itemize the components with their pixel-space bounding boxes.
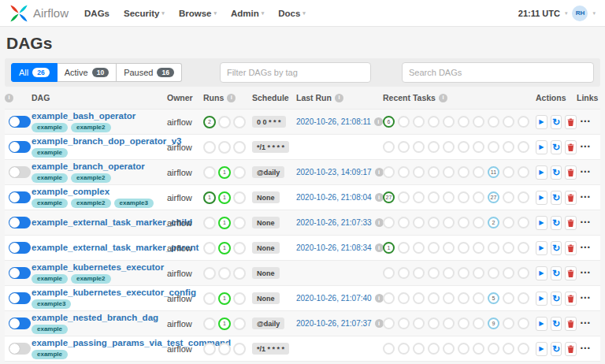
dag-pause-toggle[interactable] — [9, 267, 31, 279]
dag-pause-toggle[interactable] — [9, 141, 31, 153]
tag-example2[interactable]: example2 — [71, 173, 110, 183]
airflow-brand[interactable]: Airflow — [9, 4, 69, 23]
tag-example[interactable]: example — [32, 148, 68, 158]
links-menu-button[interactable]: ⋯ — [577, 292, 591, 306]
tag-example[interactable]: example — [32, 123, 68, 132]
nav-item-dags[interactable]: DAGs — [84, 9, 109, 18]
links-menu-button[interactable]: ⋯ — [577, 342, 591, 356]
refresh-dag-button[interactable]: ↻ — [551, 115, 562, 129]
tag-example3[interactable]: example3 — [114, 199, 154, 208]
dag-runs-circle-success[interactable]: 1 — [203, 191, 216, 204]
refresh-dag-button[interactable]: ↻ — [551, 140, 562, 154]
trigger-dag-button[interactable]: ▶ — [536, 165, 547, 180]
recent-tasks-circle-success[interactable]: 1 — [383, 242, 395, 254]
refresh-dag-button[interactable]: ↻ — [551, 292, 562, 306]
trigger-dag-button[interactable]: ▶ — [536, 140, 547, 154]
dag-link[interactable]: example_branch_dop_operator_v3 — [32, 136, 181, 147]
delete-dag-button[interactable] — [565, 115, 577, 129]
trigger-dag-button[interactable]: ▶ — [536, 216, 547, 230]
links-menu-button[interactable]: ⋯ — [577, 216, 591, 230]
dag-link[interactable]: example_kubernetes_executor — [32, 262, 164, 273]
tag-example[interactable]: example — [32, 173, 68, 183]
trigger-dag-button[interactable]: ▶ — [536, 115, 547, 129]
tab-active[interactable]: Active10 — [58, 63, 117, 82]
recent-tasks-circle-success[interactable]: 6 — [383, 116, 395, 128]
dag-link[interactable]: example_complex — [32, 187, 109, 197]
trigger-dag-button[interactable]: ▶ — [536, 266, 547, 280]
refresh-dag-button[interactable]: ↻ — [551, 342, 562, 356]
tab-paused[interactable]: Paused16 — [117, 63, 182, 82]
delete-dag-button[interactable] — [565, 191, 577, 205]
tab-all[interactable]: All26 — [11, 63, 58, 82]
refresh-dag-button[interactable]: ↻ — [551, 216, 562, 230]
nav-item-security[interactable]: Security▾ — [124, 9, 165, 18]
dag-link[interactable]: example_branch_operator — [32, 162, 145, 172]
dag-runs-circle-running[interactable]: 1 — [218, 292, 231, 305]
tag-example2[interactable]: example2 — [71, 199, 110, 208]
tag-example2[interactable]: example2 — [71, 274, 110, 284]
dag-pause-toggle[interactable] — [9, 166, 31, 178]
last-run-link[interactable]: 2020-10-26, 21:07:40 — [296, 294, 372, 303]
trigger-dag-button[interactable]: ▶ — [536, 241, 547, 255]
recent-tasks-circle-none[interactable]: 2 — [488, 217, 499, 228]
links-menu-button[interactable]: ⋯ — [577, 241, 591, 255]
tag-example[interactable]: example — [32, 274, 68, 284]
dag-pause-toggle[interactable] — [9, 242, 31, 254]
tag-example[interactable]: example — [32, 350, 68, 359]
delete-dag-button[interactable] — [565, 241, 577, 255]
links-menu-button[interactable]: ⋯ — [577, 115, 591, 129]
trigger-dag-button[interactable]: ▶ — [536, 317, 547, 331]
last-run-link[interactable]: 2020-10-26, 21:08:11 — [296, 117, 371, 126]
nav-item-admin[interactable]: Admin▾ — [231, 9, 264, 18]
refresh-dag-button[interactable]: ↻ — [551, 165, 562, 180]
trigger-dag-button[interactable]: ▶ — [536, 191, 547, 205]
dag-runs-circle-running[interactable]: 1 — [218, 166, 231, 179]
links-menu-button[interactable]: ⋯ — [577, 165, 591, 180]
delete-dag-button[interactable] — [565, 342, 577, 356]
recent-tasks-circle-success[interactable]: 27 — [383, 191, 395, 203]
dag-pause-toggle[interactable] — [9, 217, 31, 228]
nav-item-docs[interactable]: Docs▾ — [278, 9, 306, 18]
tag-example[interactable]: example — [32, 199, 68, 208]
nav-item-browse[interactable]: Browse▾ — [179, 9, 217, 18]
delete-dag-button[interactable] — [565, 165, 577, 180]
user-avatar[interactable]: RH — [572, 6, 588, 21]
tag-example3[interactable]: example3 — [32, 299, 71, 309]
links-menu-button[interactable]: ⋯ — [577, 317, 591, 331]
delete-dag-button[interactable] — [565, 266, 577, 280]
utc-clock[interactable]: 21:11 UTC — [518, 9, 560, 18]
last-run-link[interactable]: 2020-10-26, 21:08:34 — [296, 243, 372, 252]
links-menu-button[interactable]: ⋯ — [577, 266, 591, 280]
refresh-dag-button[interactable]: ↻ — [551, 317, 562, 331]
tag-example[interactable]: example — [32, 325, 68, 334]
last-run-link[interactable]: 2020-10-26, 21:08:04 — [296, 193, 372, 202]
dag-runs-circle-running[interactable]: 1 — [218, 217, 231, 229]
refresh-dag-button[interactable]: ↻ — [551, 191, 562, 205]
recent-tasks-circle-none[interactable]: 9 — [488, 318, 499, 329]
trigger-dag-button[interactable]: ▶ — [536, 342, 547, 356]
recent-tasks-circle-none[interactable]: 11 — [488, 166, 499, 178]
last-run-link[interactable]: 2020-10-26, 21:07:33 — [296, 218, 372, 227]
delete-dag-button[interactable] — [565, 317, 577, 331]
dag-runs-circle-running[interactable]: 1 — [218, 191, 231, 204]
dag-runs-circle-running[interactable]: 1 — [218, 242, 231, 254]
tag-example2[interactable]: example2 — [71, 123, 110, 132]
refresh-dag-button[interactable]: ↻ — [551, 266, 562, 280]
dag-link[interactable]: example_bash_operator — [32, 111, 135, 121]
refresh-dag-button[interactable]: ↻ — [551, 241, 562, 255]
dag-search-input[interactable] — [402, 62, 594, 83]
recent-tasks-circle-none[interactable]: 27 — [488, 191, 499, 203]
recent-tasks-circle-none[interactable]: 5 — [488, 292, 499, 304]
links-menu-button[interactable]: ⋯ — [577, 140, 591, 154]
delete-dag-button[interactable] — [565, 216, 577, 230]
dag-pause-toggle[interactable] — [9, 343, 31, 355]
delete-dag-button[interactable] — [565, 140, 577, 154]
delete-dag-button[interactable] — [565, 292, 577, 306]
dag-pause-toggle[interactable] — [9, 318, 31, 329]
tag-filter-input[interactable] — [220, 62, 371, 83]
last-run-link[interactable]: 2020-10-26, 21:07:37 — [296, 319, 372, 328]
dag-pause-toggle[interactable] — [9, 191, 31, 203]
dag-runs-circle-running[interactable]: 1 — [218, 318, 231, 330]
dag-pause-toggle[interactable] — [9, 116, 31, 128]
links-menu-button[interactable]: ⋯ — [577, 191, 591, 205]
